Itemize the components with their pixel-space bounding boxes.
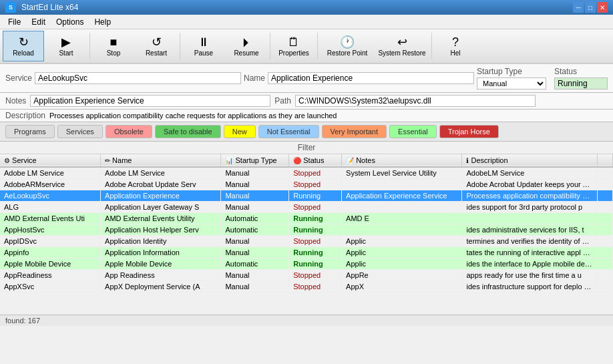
- pause-label: Pause: [194, 49, 213, 57]
- resume-icon: ⏵: [240, 36, 252, 48]
- table-row[interactable]: ALG Application Layer Gateway S Manual S…: [0, 202, 613, 213]
- table-row[interactable]: Apple Mobile Device Apple Mobile Device …: [0, 258, 613, 270]
- col-name[interactable]: ✏ Name: [101, 154, 221, 167]
- cell-startup: Manual: [221, 202, 289, 213]
- table-container[interactable]: ⚙ Service ✏ Name 📊 Startup Type 🔴 Status…: [0, 154, 613, 315]
- cell-startup: Manual: [221, 247, 289, 258]
- start-button[interactable]: ▶ Start: [45, 31, 87, 61]
- reload-button[interactable]: ↻ Reload: [3, 31, 44, 61]
- cell-name: Application Identity: [101, 236, 221, 247]
- cell-service: AppReadiness: [0, 270, 101, 281]
- name-label: Name: [244, 73, 265, 83]
- notes-input[interactable]: [30, 95, 270, 107]
- status-value: Running: [554, 77, 608, 89]
- cell-status: Stopped: [289, 179, 342, 190]
- table-row[interactable]: AppIDSvc Application Identity Manual Sto…: [0, 236, 613, 247]
- cell-status: Stopped: [289, 270, 342, 281]
- cell-status: Stopped: [289, 236, 342, 247]
- col-desc[interactable]: ℹ Description: [462, 154, 598, 167]
- restart-label: Restart: [146, 49, 167, 57]
- tab-veryimportant[interactable]: Very Important: [322, 125, 387, 138]
- cell-startup: Automatic: [221, 258, 289, 270]
- cell-notes: AMD E: [342, 213, 462, 224]
- cell-startup: Automatic: [221, 213, 289, 224]
- help-button[interactable]: ? Hel: [435, 31, 476, 61]
- cell-startup: Automatic: [221, 224, 289, 236]
- status-label: Status: [554, 67, 608, 76]
- maximize-button[interactable]: □: [585, 2, 596, 13]
- startup-select[interactable]: Manual Automatic Disabled Auto (Delayed): [477, 77, 546, 89]
- toolbar-sep-3: [270, 33, 270, 59]
- tab-obsolete[interactable]: Obsolete: [106, 125, 152, 138]
- tab-services[interactable]: Services: [57, 125, 103, 138]
- path-input[interactable]: [295, 95, 536, 107]
- table-row[interactable]: AeLookupSvc Application Experience Manua…: [0, 190, 613, 202]
- cell-extra: [598, 281, 613, 293]
- col-startup[interactable]: 📊 Startup Type: [221, 154, 289, 167]
- cell-service: Apple Mobile Device: [0, 258, 101, 270]
- system-restore-button[interactable]: ↩ System Restore: [375, 31, 429, 61]
- path-label: Path: [274, 96, 291, 106]
- titlebar-title: StartEd Lite x64: [21, 3, 78, 12]
- toolbar-sep-2: [180, 33, 180, 59]
- filter-label: Filter: [298, 143, 316, 152]
- properties-icon: 🗒: [288, 36, 300, 48]
- filter-bar: Filter: [0, 142, 613, 154]
- tab-new[interactable]: New: [224, 125, 256, 138]
- cell-desc: ides support for 3rd party protocol p: [462, 202, 598, 213]
- cell-service: AppHostSvc: [0, 224, 101, 236]
- cell-desc: apps ready for use the first time a u: [462, 270, 598, 281]
- restore-point-button[interactable]: 🕐 Restore Point: [321, 31, 374, 61]
- tab-programs[interactable]: Programs: [5, 125, 55, 138]
- restart-button[interactable]: ↺ Restart: [136, 31, 177, 61]
- table-row[interactable]: AMD External Events Uti AMD External Eve…: [0, 213, 613, 224]
- restore-point-icon: 🕐: [340, 36, 355, 48]
- cell-startup: Manual: [221, 281, 289, 293]
- tab-trojan[interactable]: Trojan Horse: [439, 125, 499, 138]
- minimize-button[interactable]: ─: [573, 2, 584, 13]
- col-notes[interactable]: 📝 Notes: [342, 154, 462, 167]
- cell-desc: ides infrastructure support for deplo rp…: [462, 281, 598, 293]
- table-row[interactable]: AppHostSvc Application Host Helper Serv …: [0, 224, 613, 236]
- cat-tabs: Programs Services Obsolete Safe to disab…: [0, 122, 613, 142]
- pause-button[interactable]: ⏸ Pause: [183, 31, 224, 61]
- menu-file[interactable]: File: [3, 16, 26, 28]
- cell-name: Apple Mobile Device: [101, 258, 221, 270]
- menu-options[interactable]: Options: [51, 16, 89, 28]
- cell-startup: Manual: [221, 236, 289, 247]
- notes-panel: Notes Path: [0, 93, 613, 110]
- cell-service: AMD External Events Uti: [0, 213, 101, 224]
- stop-button[interactable]: ■ Stop: [93, 31, 134, 61]
- resume-button[interactable]: ⏵ Resume: [226, 31, 267, 61]
- titlebar-controls: ─ □ ✕: [573, 2, 608, 13]
- menu-edit[interactable]: Edit: [26, 16, 51, 28]
- restore-point-label: Restore Point: [327, 49, 368, 57]
- cell-service: ALG: [0, 202, 101, 213]
- start-label: Start: [59, 49, 73, 57]
- table-row[interactable]: Adobe LM Service Adobe LM Service Manual…: [0, 167, 613, 179]
- table-row[interactable]: AppXSvc AppX Deployment Service (A Manua…: [0, 281, 613, 293]
- tab-essential[interactable]: Essential: [389, 125, 437, 138]
- cell-status: Running: [289, 258, 342, 270]
- tab-safe[interactable]: Safe to disable: [155, 125, 221, 138]
- help-label: Hel: [450, 49, 460, 57]
- col-status[interactable]: 🔴 Status: [289, 154, 342, 167]
- table-row[interactable]: AppReadiness App Readiness Manual Stoppe…: [0, 270, 613, 281]
- cell-status: Stopped: [289, 281, 342, 293]
- cell-name: AppX Deployment Service (A: [101, 281, 221, 293]
- found-label: found:: [5, 317, 26, 325]
- table-row[interactable]: AdobeARMservice Adobe Acrobat Update Ser…: [0, 179, 613, 190]
- cell-notes: [342, 202, 462, 213]
- close-button[interactable]: ✕: [597, 2, 608, 13]
- table-row[interactable]: Appinfo Application Information Manual R…: [0, 247, 613, 258]
- cell-desc: ides the interface to Apple mobile de Tc: [462, 258, 598, 270]
- desc-label: Description: [5, 111, 45, 120]
- tab-notessential[interactable]: Not Essential: [258, 125, 319, 138]
- properties-button[interactable]: 🗒 Properties: [273, 31, 315, 61]
- cell-notes: AppRe: [342, 270, 462, 281]
- cell-notes: [342, 179, 462, 190]
- menu-help[interactable]: Help: [89, 16, 116, 28]
- col-service[interactable]: ⚙ Service: [0, 154, 101, 167]
- app-icon: S: [5, 2, 16, 13]
- system-restore-icon: ↩: [397, 36, 407, 48]
